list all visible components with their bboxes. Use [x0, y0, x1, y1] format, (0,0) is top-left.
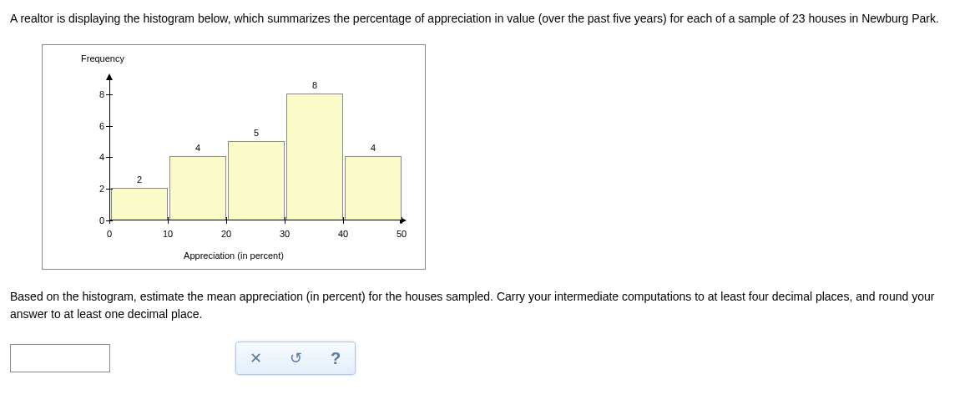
bar-value-label: 5 — [229, 128, 284, 138]
x-tick — [168, 217, 169, 224]
histogram-chart: Frequency 24584 02468 01020304050 Apprec… — [42, 44, 426, 270]
x-axis — [109, 220, 402, 220]
control-buttons: ✕ ↺ ? — [235, 342, 356, 375]
histogram-bar: 2 — [111, 188, 168, 220]
answer-input[interactable] — [10, 344, 110, 372]
question-intro: A realtor is displaying the histogram be… — [10, 10, 970, 28]
y-tick-label: 4 — [89, 152, 104, 162]
instruction-text: Based on the histogram, estimate the mea… — [10, 288, 970, 323]
reset-icon: ↺ — [290, 349, 302, 367]
x-tick-label: 40 — [338, 229, 348, 239]
x-tick — [285, 217, 285, 224]
x-tick-label: 0 — [107, 229, 112, 239]
histogram-bar: 4 — [169, 156, 226, 220]
y-arrow-icon — [106, 73, 113, 80]
help-button[interactable]: ? — [325, 347, 346, 369]
question-text-before: A realtor is displaying the histogram be… — [10, 12, 792, 25]
bar-value-label: 4 — [170, 143, 225, 153]
histogram-bar: 5 — [228, 141, 285, 220]
y-tick — [106, 94, 113, 95]
y-tick — [106, 157, 113, 158]
y-axis — [109, 78, 110, 220]
plot-area: 24584 02468 01020304050 — [109, 78, 402, 220]
x-tick-label: 10 — [163, 229, 173, 239]
x-axis-label: Appreciation (in percent) — [43, 250, 425, 261]
x-tick — [226, 217, 227, 224]
reset-button[interactable]: ↺ — [285, 347, 306, 369]
histogram-bar: 4 — [345, 156, 402, 220]
bar-value-label: 2 — [112, 175, 167, 185]
clear-button[interactable]: ✕ — [245, 347, 266, 369]
x-tick-label: 20 — [221, 229, 231, 239]
y-tick — [106, 189, 113, 190]
x-icon: ✕ — [250, 349, 262, 367]
question-text-after: houses in Newburg Park. — [806, 12, 939, 25]
x-tick — [109, 217, 110, 224]
y-tick-label: 6 — [89, 121, 104, 131]
y-axis-label: Frequency — [81, 53, 124, 63]
help-icon: ? — [331, 349, 341, 368]
y-tick-label: 8 — [89, 89, 104, 99]
x-tick — [402, 217, 402, 224]
x-tick — [343, 217, 344, 224]
sample-size: 23 — [792, 12, 806, 25]
x-tick-label: 30 — [280, 229, 290, 239]
histogram-bar: 8 — [286, 94, 343, 220]
y-tick-label: 2 — [89, 184, 104, 194]
y-tick — [106, 126, 113, 127]
bar-value-label: 8 — [287, 80, 342, 90]
x-tick-label: 50 — [397, 229, 407, 239]
y-tick-label: 0 — [89, 215, 104, 225]
bar-value-label: 4 — [346, 143, 401, 153]
